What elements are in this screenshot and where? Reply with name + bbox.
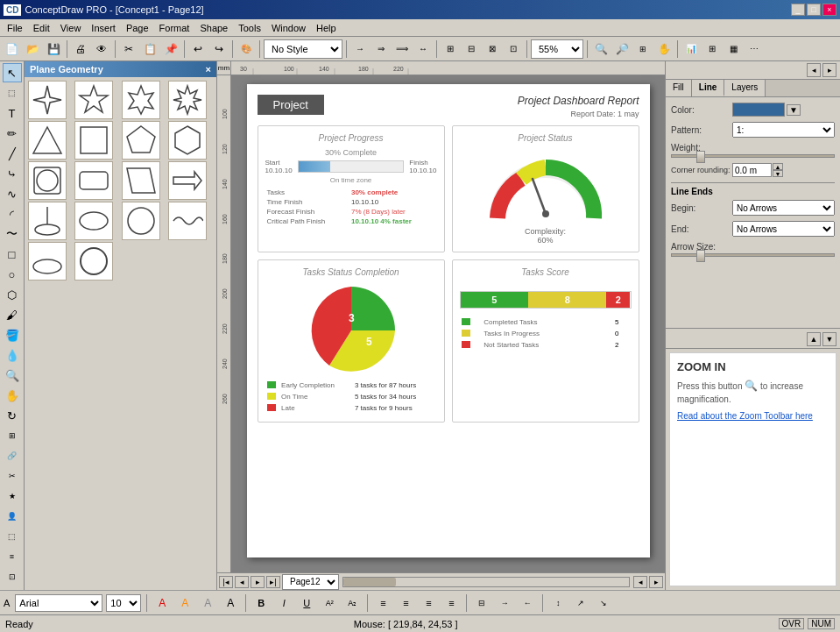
connector-tool[interactable]: ⤷: [3, 164, 22, 183]
rpanel-scroll-left[interactable]: ◂: [807, 63, 821, 77]
shape-circle[interactable]: [122, 202, 160, 240]
text-tool[interactable]: T: [3, 103, 22, 123]
hscrollbar[interactable]: [342, 577, 630, 587]
new-button[interactable]: 📄: [2, 39, 21, 59]
list-btn[interactable]: ⊟: [472, 594, 491, 612]
arrow-size-thumb[interactable]: [696, 250, 705, 262]
menu-window[interactable]: Window: [266, 21, 311, 35]
line-tool[interactable]: ╱: [3, 144, 22, 163]
rotate-tool[interactable]: ↻: [3, 406, 22, 425]
corner-input[interactable]: [732, 163, 772, 177]
shape-arrow[interactable]: [168, 161, 207, 200]
begin-select[interactable]: No Arrows: [732, 200, 835, 216]
pattern-select[interactable]: 1:: [732, 122, 835, 138]
weight-slider-thumb[interactable]: [696, 151, 705, 163]
shape-panel-close[interactable]: ×: [206, 64, 211, 75]
tab-line[interactable]: Line: [692, 80, 725, 96]
paste-button[interactable]: 📌: [161, 39, 180, 59]
page-nav-first[interactable]: |◂: [219, 576, 233, 588]
link-tool[interactable]: 🔗: [3, 446, 22, 465]
align-justify-btn[interactable]: ≡: [441, 594, 461, 612]
font-highlight-btn[interactable]: A: [175, 594, 194, 612]
more-btn[interactable]: ⋯: [745, 39, 764, 59]
pointer-tool[interactable]: ↖: [3, 63, 22, 82]
pan-btn[interactable]: ✋: [654, 39, 674, 59]
shape-triangle[interactable]: [28, 121, 67, 160]
crop-tool[interactable]: ✂: [3, 466, 22, 486]
grid-btn[interactable]: ▦: [724, 39, 743, 59]
align-right-btn[interactable]: ≡: [419, 594, 438, 612]
shape-6star[interactable]: [122, 81, 160, 119]
minimize-button[interactable]: _: [791, 4, 805, 16]
shape-5star[interactable]: [74, 81, 113, 119]
shape-8star[interactable]: [168, 81, 207, 119]
style-dropdown[interactable]: No Style: [264, 39, 342, 59]
text-rot2-btn[interactable]: ↘: [594, 594, 613, 612]
align-center-btn[interactable]: ≡: [396, 594, 415, 612]
open-button[interactable]: 📂: [23, 39, 42, 59]
page-nav-last[interactable]: ▸|: [266, 576, 280, 588]
menu-file[interactable]: File: [2, 21, 28, 35]
shape-oval[interactable]: [74, 202, 113, 240]
menu-edit[interactable]: Edit: [28, 21, 55, 35]
align4[interactable]: ⊡: [504, 39, 523, 59]
ellipse-tool[interactable]: ○: [3, 265, 22, 284]
zoom-out-btn[interactable]: 🔎: [612, 39, 632, 59]
align1[interactable]: ⊞: [441, 39, 460, 59]
shape-4star[interactable]: [28, 81, 67, 119]
table-btn[interactable]: ⊞: [702, 39, 722, 59]
freehand-tool[interactable]: 〜: [3, 224, 22, 244]
outdent-btn[interactable]: ←: [518, 594, 537, 612]
hand-tool[interactable]: ✋: [3, 386, 22, 405]
menu-shape[interactable]: Shape: [194, 21, 233, 35]
shape-small-oval[interactable]: [28, 202, 67, 240]
superscript-btn[interactable]: A²: [320, 594, 339, 612]
arc-tool[interactable]: ◜: [3, 204, 22, 224]
tab-fill[interactable]: Fill: [666, 80, 692, 96]
page-tab[interactable]: Page12: [282, 574, 339, 590]
chart-btn[interactable]: 📊: [681, 39, 701, 59]
shape-extra2[interactable]: [74, 242, 113, 280]
align3[interactable]: ⊠: [483, 39, 502, 59]
zoom-panel-scroll-down[interactable]: ▼: [822, 332, 836, 346]
shape-hexagon[interactable]: [168, 121, 207, 160]
restore-button[interactable]: □: [807, 4, 821, 16]
shape-extra1[interactable]: [28, 242, 67, 280]
special-tool[interactable]: ★: [3, 486, 22, 506]
tab-layers[interactable]: Layers: [724, 80, 766, 96]
page-nav-prev[interactable]: ◂: [235, 576, 249, 588]
zoom-fit[interactable]: ⊞: [633, 39, 653, 59]
indent-btn[interactable]: →: [495, 594, 514, 612]
text-rot1-btn[interactable]: ↗: [571, 594, 590, 612]
menu-tools[interactable]: Tools: [233, 21, 266, 35]
font-name-select[interactable]: Arial: [15, 594, 102, 612]
corner-up[interactable]: ▲: [773, 163, 783, 170]
group-tool[interactable]: ⊞: [3, 426, 22, 445]
extra-tool2[interactable]: ≡: [3, 547, 22, 566]
menu-view[interactable]: View: [55, 21, 87, 35]
line-mid2[interactable]: ⟹: [392, 39, 412, 59]
menu-format[interactable]: Format: [154, 21, 195, 35]
canvas-content[interactable]: Project Project Dashboard Report Report …: [231, 75, 665, 572]
shape-parallelogram[interactable]: [122, 161, 160, 200]
shape-circle-sq[interactable]: [28, 161, 67, 200]
line-end[interactable]: ↔: [413, 39, 433, 59]
hscroll-right[interactable]: ▸: [649, 576, 663, 588]
zoom-dropdown[interactable]: 55%: [531, 39, 583, 59]
fill-tool[interactable]: 🪣: [3, 325, 22, 344]
italic-btn[interactable]: I: [274, 594, 293, 612]
polygon-tool[interactable]: ⬡: [3, 285, 22, 304]
corner-down[interactable]: ▼: [773, 170, 783, 177]
shape-pentagon[interactable]: [122, 121, 160, 160]
color-swatch[interactable]: [732, 103, 785, 117]
menu-insert[interactable]: Insert: [86, 21, 121, 35]
text-dir-btn[interactable]: ↕: [548, 594, 568, 612]
brush-tool[interactable]: 🖌: [3, 305, 22, 324]
menu-page[interactable]: Page: [121, 21, 154, 35]
line-mid1[interactable]: ⇒: [371, 39, 391, 59]
font-outline-btn[interactable]: A: [221, 594, 240, 612]
print-button[interactable]: 🖨: [71, 39, 90, 59]
close-button[interactable]: ×: [822, 4, 836, 16]
save-button[interactable]: 💾: [44, 39, 63, 59]
color-dropdown-btn[interactable]: ▼: [787, 104, 801, 116]
